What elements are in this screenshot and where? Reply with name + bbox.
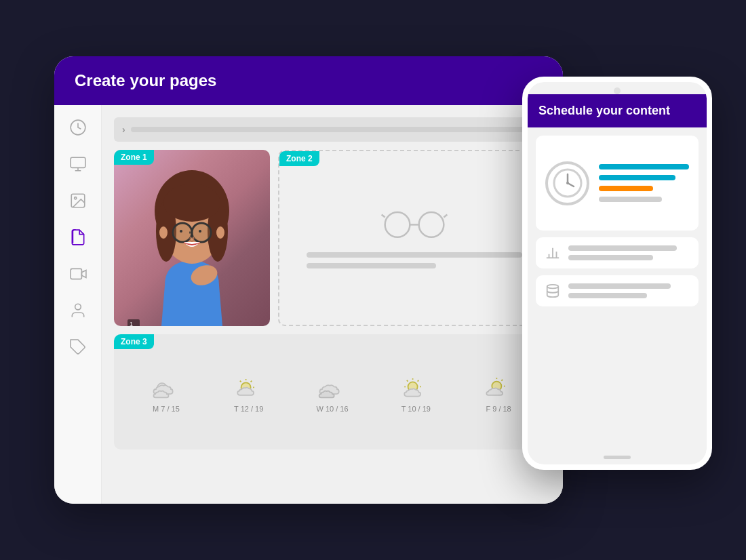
- database-icon: [545, 283, 560, 298]
- top-bar: ›: [114, 117, 551, 142]
- svg-point-55: [547, 285, 559, 289]
- stats-line-1: [568, 245, 677, 251]
- svg-point-26: [385, 212, 410, 237]
- tablet-device: Create your pages: [54, 56, 563, 504]
- weather-wednesday-label: W 10 / 16: [316, 405, 348, 413]
- weather-tuesday-label: T 12 / 19: [234, 405, 263, 413]
- sidebar: [54, 105, 102, 504]
- svg-marker-4: [81, 271, 86, 278]
- user-icon[interactable]: [69, 302, 87, 319]
- weather-monday: M 7 / 15: [151, 378, 181, 413]
- tag-icon[interactable]: [69, 338, 87, 356]
- svg-point-17: [174, 224, 191, 241]
- svg-point-50: [566, 182, 569, 184]
- svg-point-19: [180, 230, 182, 233]
- svg-line-41: [407, 380, 408, 382]
- phone-line-4: [599, 197, 662, 202]
- weather-tuesday: T 12 / 19: [234, 378, 264, 413]
- top-bar-breadcrumb: [131, 127, 543, 132]
- chart-icon: [545, 245, 560, 260]
- image-icon[interactable]: [69, 192, 87, 209]
- svg-text:1: 1: [130, 321, 133, 326]
- phone-line-3: [599, 186, 653, 191]
- tablet-body: › Zone 1: [54, 105, 563, 504]
- svg-line-29: [382, 214, 385, 217]
- zone2-label: Zone 2: [279, 151, 319, 166]
- weather-wednesday: W 10 / 16: [316, 378, 348, 413]
- phone-stats-card: [536, 237, 699, 268]
- svg-line-36: [239, 381, 241, 382]
- svg-line-45: [501, 380, 503, 381]
- weather-thursday: T 10 / 19: [401, 378, 431, 413]
- nav-arrow: ›: [122, 124, 125, 135]
- data-line-1: [568, 283, 671, 289]
- phone-home-indicator: [604, 456, 631, 459]
- svg-line-34: [250, 381, 252, 382]
- svg-point-2: [74, 197, 76, 199]
- phone-inner: Schedule your content: [528, 82, 707, 464]
- weather-friday: F 9 / 18: [484, 378, 513, 413]
- weather-thursday-label: T 10 / 19: [401, 405, 431, 413]
- weather-monday-label: M 7 / 15: [153, 405, 180, 413]
- monitor-icon[interactable]: [69, 155, 87, 173]
- svg-line-39: [418, 380, 419, 382]
- weather-friday-label: F 9 / 18: [486, 405, 511, 413]
- pages-icon[interactable]: [69, 228, 87, 246]
- svg-point-22: [216, 226, 224, 239]
- zone3-card[interactable]: Zone 3 M 7 / 15: [114, 334, 551, 449]
- stats-line-2: [568, 255, 653, 260]
- phone-line-2: [599, 175, 675, 180]
- phone-content: [528, 127, 707, 450]
- phone-title: Schedule your content: [538, 104, 670, 117]
- phone-data-card: [536, 275, 699, 306]
- svg-rect-3: [71, 268, 81, 279]
- scene: Create your pages: [34, 36, 712, 524]
- zone3-label: Zone 3: [114, 334, 154, 349]
- zone3-weather-content: M 7 / 15: [114, 334, 551, 449]
- phone-device: Schedule your content: [522, 77, 712, 470]
- placeholder-line-2: [307, 263, 436, 268]
- dashboard-icon[interactable]: [69, 119, 87, 136]
- phone-data-lines: [568, 283, 689, 298]
- zone1-card[interactable]: Zone 1: [114, 150, 270, 326]
- svg-point-27: [419, 212, 444, 237]
- zone1-label: Zone 1: [114, 150, 154, 165]
- phone-header: Schedule your content: [528, 94, 707, 127]
- svg-point-20: [199, 230, 201, 233]
- tablet-title: Create your pages: [75, 71, 216, 89]
- phone-schedule-lines: [599, 164, 689, 202]
- zone2-card[interactable]: Zone 2: [278, 150, 551, 326]
- svg-rect-0: [71, 157, 85, 167]
- zones-row-2: Zone 3 M 7 / 15: [114, 334, 551, 449]
- svg-point-21: [159, 226, 168, 239]
- svg-point-18: [193, 224, 210, 241]
- phone-line-1: [599, 164, 689, 169]
- svg-point-5: [75, 304, 81, 310]
- clock-icon: [545, 161, 589, 205]
- zone2-content: [279, 151, 549, 325]
- tablet-header: Create your pages: [54, 56, 563, 105]
- main-content: › Zone 1: [102, 105, 563, 504]
- phone-camera: [614, 87, 621, 94]
- phone-schedule-card: [536, 136, 699, 231]
- zone1-image: 1: [114, 150, 270, 326]
- data-line-2: [568, 293, 647, 298]
- video-icon[interactable]: [69, 265, 87, 283]
- svg-point-12: [163, 184, 220, 222]
- zones-row-1: Zone 1: [114, 150, 551, 326]
- placeholder-line-1: [307, 252, 522, 258]
- phone-stats-lines: [568, 245, 689, 260]
- zone2-placeholder-lines: [307, 252, 522, 268]
- svg-line-30: [444, 214, 447, 217]
